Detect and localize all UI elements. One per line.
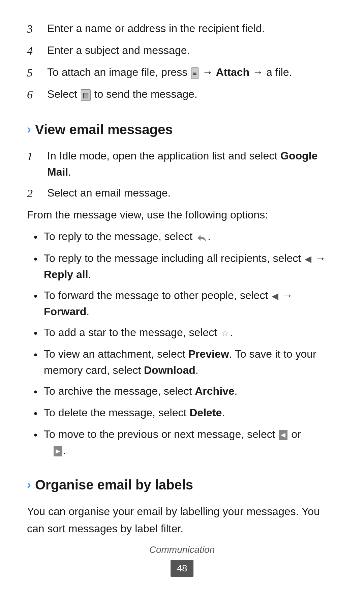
bullet-reply-all: • To reply to the message including all … [34, 250, 337, 282]
view-email-title: View email messages [35, 119, 173, 140]
step-number: 3 [27, 20, 47, 37]
organise-email-title: Organise email by labels [35, 475, 193, 495]
bullet-reply: • To reply to the message, select . [34, 228, 337, 245]
bullet-dot: • [34, 383, 44, 400]
next-icon: ▶ [54, 446, 62, 456]
step-content: Select an email message. [47, 185, 337, 201]
star-icon: ☆ [221, 327, 229, 340]
bullet-dot: • [34, 405, 44, 421]
reply-small-icon: ◀ [305, 252, 311, 266]
bullet-dot: • [34, 287, 44, 304]
step-content: In Idle mode, open the application list … [47, 148, 337, 180]
view-step-1: 1 In Idle mode, open the application lis… [27, 148, 337, 180]
bullet-content: To archive the message, select Archive. [44, 383, 337, 399]
footer-page-number: 48 [171, 560, 193, 577]
step-content: To attach an image file, press ≡ → Attac… [47, 64, 337, 80]
step-content: Enter a name or address in the recipient… [47, 20, 337, 36]
options-bullet-list: • To reply to the message, select . • To… [34, 228, 337, 458]
step-number: 5 [27, 64, 47, 81]
forward-icon: ◀ [272, 290, 278, 303]
bullet-content: To view an attachment, select Preview. T… [44, 346, 337, 378]
options-intro: From the message view, use the following… [27, 207, 337, 223]
prev-icon: ◀ [279, 430, 287, 440]
bullet-delete: • To delete the message, select Delete. [34, 405, 337, 421]
footer-category: Communication [0, 543, 364, 557]
bullet-content: To add a star to the message, select ☆. [44, 324, 337, 340]
step-number: 6 [27, 86, 47, 103]
reply-icon [196, 229, 207, 245]
step-4: 4 Enter a subject and message. [27, 42, 337, 59]
bullet-dot: • [34, 426, 44, 443]
view-step-2: 2 Select an email message. [27, 185, 337, 202]
menu-icon: ≡ [191, 67, 199, 79]
bullet-star: • To add a star to the message, select ☆… [34, 324, 337, 341]
send-icon: ▤ [81, 89, 91, 101]
section-chevron: › [27, 120, 31, 139]
view-email-section-heading: › View email messages [27, 119, 337, 140]
step-content: Select ▤ to send the message. [47, 86, 337, 102]
bullet-dot: • [34, 228, 44, 245]
bullet-content: To reply to the message including all re… [44, 250, 337, 282]
bullet-dot: • [34, 250, 44, 267]
step-6: 6 Select ▤ to send the message. [27, 86, 337, 103]
bullet-dot: • [34, 324, 44, 341]
organise-email-section-heading: › Organise email by labels [27, 475, 337, 495]
bullet-forward: • To forward the message to other people… [34, 287, 337, 320]
step-5: 5 To attach an image file, press ≡ → Att… [27, 64, 337, 81]
bullet-content: To move to the previous or next message,… [44, 426, 337, 458]
organise-email-desc: You can organise your email by labelling… [27, 503, 337, 537]
bullet-attachment: • To view an attachment, select Preview.… [34, 346, 337, 378]
bullet-dot: • [34, 346, 44, 363]
step-number: 4 [27, 42, 47, 59]
step-content: Enter a subject and message. [47, 42, 337, 58]
bullet-archive: • To archive the message, select Archive… [34, 383, 337, 400]
step-number: 1 [27, 148, 47, 165]
step-number: 2 [27, 185, 47, 202]
bullet-content: To forward the message to other people, … [44, 287, 337, 320]
section-chevron: › [27, 476, 31, 494]
bullet-navigate: • To move to the previous or next messag… [34, 426, 337, 458]
step-3: 3 Enter a name or address in the recipie… [27, 20, 337, 37]
page-footer: Communication 48 [0, 543, 364, 577]
bullet-content: To delete the message, select Delete. [44, 405, 337, 421]
bullet-content: To reply to the message, select . [44, 228, 337, 245]
